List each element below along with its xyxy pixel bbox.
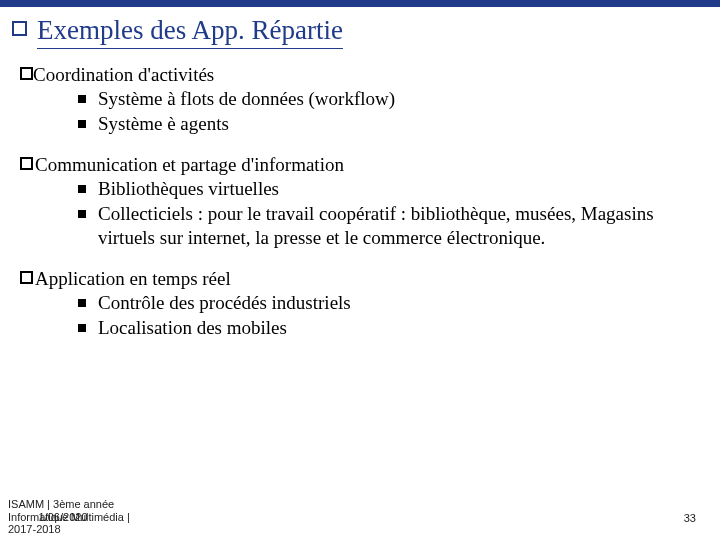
title-row: Exemples des App. Répartie (0, 7, 720, 49)
page-number: 33 (684, 512, 712, 536)
filled-square-bullet-icon (78, 120, 86, 128)
list-item-text: Système è agents (98, 112, 229, 136)
filled-square-bullet-icon (78, 210, 86, 218)
footer-left: ISAMM | 3ème annéeInformatique Multimédi… (8, 498, 130, 536)
content-area: Coordination d'activitésSystème à flots … (0, 49, 720, 340)
list-item: Système è agents (78, 112, 696, 136)
sublist: Contrôle des procédés industrielsLocalis… (20, 291, 696, 340)
section-heading-text: Coordination d'activités (33, 63, 214, 87)
section: Communication et partage d'informationBi… (20, 153, 696, 249)
list-item: Système à flots de données (workflow) (78, 87, 696, 111)
footer-line: 2017-2018 (8, 523, 130, 536)
list-item-text: Contrôle des procédés industriels (98, 291, 351, 315)
section-heading: Communication et partage d'information (20, 153, 696, 177)
list-item: Localisation des mobiles (78, 316, 696, 340)
filled-square-bullet-icon (78, 324, 86, 332)
section-heading: Coordination d'activités (20, 63, 696, 87)
section-heading: Application en temps réel (20, 267, 696, 291)
section-heading-text: Application en temps réel (35, 267, 231, 291)
top-accent-bar (0, 0, 720, 7)
filled-square-bullet-icon (78, 185, 86, 193)
slide-title: Exemples des App. Répartie (37, 15, 343, 49)
hollow-square-bullet-icon (12, 21, 27, 36)
section: Application en temps réelContrôle des pr… (20, 267, 696, 339)
square-bullet-icon (20, 157, 33, 170)
list-item-text: Système à flots de données (workflow) (98, 87, 395, 111)
square-bullet-icon (20, 271, 33, 284)
list-item-text: Bibliothèques virtuelles (98, 177, 279, 201)
filled-square-bullet-icon (78, 299, 86, 307)
list-item-text: Localisation des mobiles (98, 316, 287, 340)
sublist: Système à flots de données (workflow)Sys… (20, 87, 696, 136)
sublist: Bibliothèques virtuellesCollecticiels : … (20, 177, 696, 249)
filled-square-bullet-icon (78, 95, 86, 103)
section-heading-text: Communication et partage d'information (35, 153, 344, 177)
list-item: Collecticiels : pour le travail coopérat… (78, 202, 696, 250)
list-item: Contrôle des procédés industriels (78, 291, 696, 315)
footer: ISAMM | 3ème annéeInformatique Multimédi… (8, 498, 712, 536)
list-item: Bibliothèques virtuelles (78, 177, 696, 201)
footer-line: ISAMM | 3ème année (8, 498, 130, 511)
square-bullet-icon (20, 67, 33, 80)
list-item-text: Collecticiels : pour le travail coopérat… (98, 202, 696, 250)
section: Coordination d'activitésSystème à flots … (20, 63, 696, 135)
